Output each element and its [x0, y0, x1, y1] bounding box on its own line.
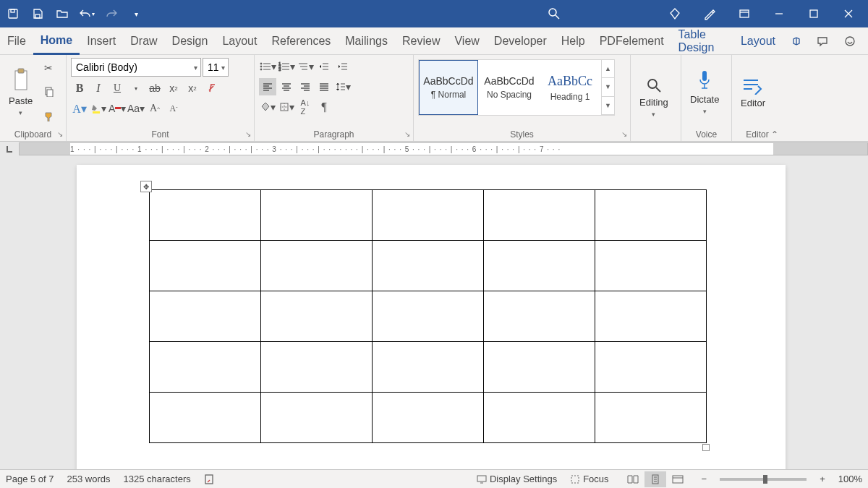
- underline-more-icon[interactable]: ▾: [127, 80, 145, 97]
- gallery-up-icon[interactable]: ▲: [602, 60, 614, 78]
- zoom-slider[interactable]: [720, 478, 807, 481]
- editing-button[interactable]: Editing ▾: [635, 56, 673, 138]
- tab-view[interactable]: View: [447, 27, 486, 54]
- subscript-button[interactable]: x2: [165, 80, 182, 97]
- align-left-icon[interactable]: [259, 78, 276, 95]
- tab-table-design[interactable]: Table Design: [671, 27, 733, 54]
- style-heading-1[interactable]: AaBbCc Heading 1: [540, 60, 600, 115]
- shading-icon[interactable]: ▾: [259, 98, 276, 116]
- zoom-out-icon[interactable]: −: [702, 474, 707, 484]
- focus-mode[interactable]: Focus: [570, 474, 608, 484]
- horizontal-ruler[interactable]: 1 · · · | · · · | · · · 1 · · · | · · · …: [19, 142, 868, 155]
- paste-button[interactable]: Paste ▾: [4, 56, 37, 128]
- minimize-icon[interactable]: [762, 0, 796, 27]
- align-center-icon[interactable]: [278, 78, 295, 95]
- word-count[interactable]: 253 words: [67, 474, 111, 484]
- text-effects-icon[interactable]: A▾: [71, 100, 88, 117]
- comments-icon[interactable]: [810, 29, 835, 53]
- tab-pdfelement[interactable]: PDFelement: [592, 27, 671, 54]
- justify-icon[interactable]: [315, 78, 333, 95]
- editor-button[interactable]: Editor: [736, 56, 770, 128]
- close-icon[interactable]: [832, 0, 865, 27]
- increase-indent-icon[interactable]: [334, 58, 352, 75]
- display-settings[interactable]: Display Settings: [477, 474, 557, 484]
- highlight-icon[interactable]: ▾: [90, 100, 107, 117]
- strikethrough-button[interactable]: ab: [146, 80, 163, 97]
- document-area[interactable]: ✥: [0, 156, 868, 478]
- superscript-button[interactable]: x2: [184, 80, 201, 97]
- tab-mailings[interactable]: Mailings: [338, 27, 395, 54]
- maximize-icon[interactable]: [797, 0, 830, 27]
- borders-icon[interactable]: ▾: [278, 98, 295, 116]
- share-icon[interactable]: [783, 29, 807, 53]
- format-painter-icon[interactable]: [40, 108, 57, 125]
- tab-references[interactable]: References: [264, 27, 338, 54]
- grow-font-icon[interactable]: A^: [146, 100, 163, 117]
- line-spacing-icon[interactable]: ▾: [334, 78, 352, 95]
- tab-design[interactable]: Design: [165, 27, 216, 54]
- shrink-font-icon[interactable]: Aˇ: [165, 100, 182, 117]
- redo-icon[interactable]: [101, 4, 122, 24]
- multilevel-list-icon[interactable]: ▾: [297, 58, 314, 75]
- gallery-more-icon[interactable]: ▼: [602, 97, 614, 115]
- page-indicator[interactable]: Page 5 of 7: [6, 474, 54, 484]
- tab-selector-icon[interactable]: [0, 142, 19, 155]
- sort-icon[interactable]: A↓Z: [297, 98, 314, 116]
- undo-icon[interactable]: ▾: [77, 4, 97, 24]
- font-color-icon[interactable]: A▾: [109, 100, 126, 117]
- cut-icon[interactable]: ✂: [40, 59, 57, 77]
- search-icon[interactable]: [544, 4, 564, 24]
- copy-icon[interactable]: [40, 83, 57, 100]
- bold-button[interactable]: B: [71, 80, 88, 97]
- table-resize-handle-icon[interactable]: [702, 444, 710, 451]
- numbering-icon[interactable]: 123▾: [278, 58, 295, 75]
- web-layout-icon[interactable]: [667, 471, 689, 487]
- tab-review[interactable]: Review: [395, 27, 447, 54]
- dictate-button[interactable]: Dictate ▾: [686, 56, 723, 128]
- zoom-in-icon[interactable]: +: [820, 474, 825, 484]
- read-mode-icon[interactable]: [622, 471, 644, 487]
- align-right-icon[interactable]: [297, 78, 314, 95]
- document-table[interactable]: [149, 189, 707, 443]
- bullets-icon[interactable]: ▾: [259, 58, 276, 75]
- styles-launcher-icon[interactable]: ↘: [621, 130, 627, 138]
- italic-button[interactable]: I: [90, 80, 107, 97]
- table-move-handle-icon[interactable]: ✥: [140, 181, 152, 192]
- collapse-ribbon-icon[interactable]: ⌃: [771, 129, 778, 140]
- print-layout-icon[interactable]: [644, 471, 666, 487]
- clear-formatting-icon[interactable]: [203, 80, 220, 97]
- tab-developer[interactable]: Developer: [487, 27, 554, 54]
- font-name-combo[interactable]: Calibri (Body): [71, 58, 201, 77]
- clipboard-launcher-icon[interactable]: ↘: [57, 130, 63, 138]
- tab-help[interactable]: Help: [554, 27, 592, 54]
- tab-file[interactable]: File: [0, 27, 33, 54]
- smiley-icon[interactable]: [838, 29, 862, 53]
- tab-table-layout[interactable]: Layout: [733, 27, 783, 54]
- styles-gallery[interactable]: AaBbCcDd ¶ Normal AaBbCcDd No Spacing Aa…: [418, 59, 615, 116]
- window-mode-icon[interactable]: [728, 0, 761, 27]
- qat-more-icon[interactable]: ▾: [126, 4, 146, 24]
- autosave-icon[interactable]: [3, 4, 23, 24]
- underline-button[interactable]: U: [109, 80, 126, 97]
- page[interactable]: ✥: [77, 165, 786, 478]
- proofing-icon[interactable]: [204, 474, 216, 485]
- save-icon[interactable]: [27, 4, 48, 24]
- open-icon[interactable]: [52, 4, 72, 24]
- diamond-icon[interactable]: [658, 0, 692, 27]
- font-size-combo[interactable]: 11: [203, 58, 229, 77]
- zoom-level[interactable]: 100%: [838, 474, 862, 484]
- style-normal[interactable]: AaBbCcDd ¶ Normal: [419, 60, 478, 115]
- char-count[interactable]: 1325 characters: [123, 474, 190, 484]
- style-no-spacing[interactable]: AaBbCcDd No Spacing: [480, 60, 539, 115]
- gallery-down-icon[interactable]: ▼: [602, 78, 614, 96]
- decrease-indent-icon[interactable]: [315, 58, 333, 75]
- show-marks-icon[interactable]: ¶: [315, 98, 333, 116]
- font-launcher-icon[interactable]: ↘: [245, 130, 251, 138]
- tab-layout[interactable]: Layout: [215, 27, 264, 54]
- tab-home[interactable]: Home: [33, 28, 80, 55]
- paragraph-launcher-icon[interactable]: ↘: [404, 130, 410, 138]
- pen-icon[interactable]: [693, 0, 726, 27]
- change-case-icon[interactable]: Aa▾: [127, 100, 145, 117]
- tab-draw[interactable]: Draw: [123, 27, 164, 54]
- tab-insert[interactable]: Insert: [80, 27, 123, 54]
